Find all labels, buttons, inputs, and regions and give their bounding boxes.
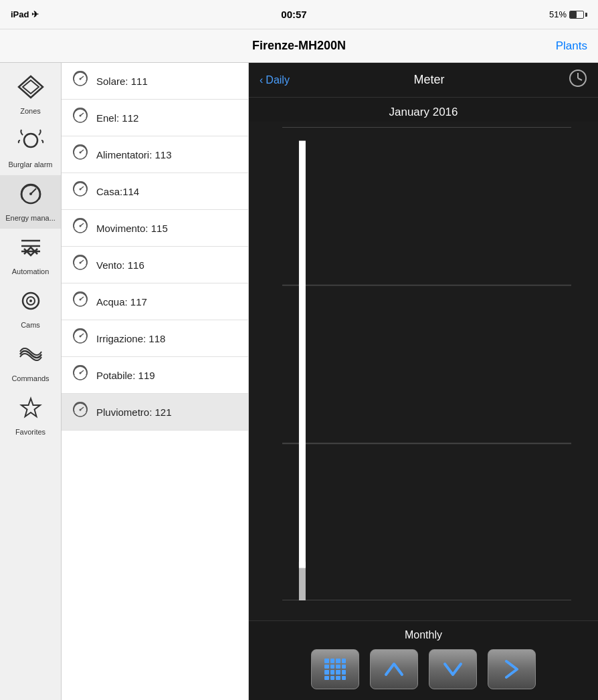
chart-panel: ‹ Daily Meter January 2016 [249, 63, 598, 700]
burglar-alarm-icon [17, 128, 44, 158]
arrow-up-icon [382, 657, 406, 681]
status-bar: iPad ✈ 00:57 51% [0, 0, 598, 29]
list-item[interactable]: Solare: 111 [62, 63, 248, 100]
chart-header: ‹ Daily Meter [249, 63, 598, 98]
list-item[interactable]: Alimentatori: 113 [62, 136, 248, 173]
list-item-label: Vento: 116 [96, 259, 144, 271]
meter-icon [72, 181, 88, 201]
meter-icon [72, 71, 88, 91]
list-item-label: Solare: 111 [96, 76, 148, 87]
chevron-left-icon: ‹ [260, 74, 263, 86]
sidebar-item-energy-manager[interactable]: Energy mana... [0, 175, 61, 229]
svg-point-39 [80, 372, 82, 374]
meter-icon [72, 218, 88, 238]
monthly-label: Monthly [260, 629, 587, 641]
list-item[interactable]: Enel: 112 [62, 100, 248, 136]
app-title: Firenze-MH200N [252, 39, 346, 53]
svg-marker-12 [21, 398, 40, 417]
svg-point-30 [80, 262, 82, 264]
sidebar-label-burglar-alarm: Burglar alarm [8, 160, 52, 168]
battery-icon [569, 11, 587, 19]
clock-icon[interactable] [569, 69, 587, 92]
svg-point-5 [29, 193, 32, 195]
list-panel: Solare: 111Enel: 112Alimentatori: 113Cas… [62, 63, 249, 700]
grid-icon [324, 659, 346, 680]
sidebar-label-zones: Zones [20, 107, 41, 115]
meter-icon [72, 328, 88, 348]
meter-icon [72, 365, 88, 385]
svg-point-27 [80, 225, 82, 227]
chart-area: 100.00 50.00 0.00 1 2 3 4 5 6 7 8 9 10 1 [249, 122, 598, 620]
sidebar-item-automation[interactable]: Automation [0, 229, 61, 282]
title-bar: Firenze-MH200N Plants [0, 29, 598, 63]
back-button[interactable]: ‹ Daily [260, 74, 290, 86]
plants-link[interactable]: Plants [556, 39, 587, 53]
list-item-label: Irrigazione: 118 [96, 333, 165, 344]
meter-icon [72, 291, 88, 312]
sidebar-label-automation: Automation [12, 267, 49, 275]
chart-buttons [260, 649, 587, 689]
svg-point-21 [80, 152, 82, 154]
chart-bottom: Monthly [249, 620, 598, 700]
arrow-down-icon [441, 657, 465, 681]
list-item-label: Pluviometro: 121 [96, 406, 172, 418]
svg-rect-54 [299, 562, 306, 600]
status-left: iPad ✈ [11, 9, 39, 19]
chart-svg: 100.00 50.00 0.00 1 2 3 4 5 6 7 8 9 10 1 [282, 127, 571, 600]
list-item-label: Enel: 112 [96, 112, 138, 124]
list-item[interactable]: Pluviometro: 121 [62, 394, 248, 431]
zones-icon [17, 75, 44, 104]
svg-point-18 [80, 115, 82, 117]
sidebar-item-cams[interactable]: Cams [0, 282, 61, 336]
list-item-label: Alimentatori: 113 [96, 149, 172, 160]
arrow-down-button[interactable] [429, 649, 477, 689]
sidebar-item-zones[interactable]: Zones [0, 68, 61, 122]
sidebar-label-favorites: Favorites [15, 428, 45, 436]
svg-point-15 [80, 78, 82, 80]
sidebar-item-commands[interactable]: Commands [0, 336, 61, 389]
list-item-label: Movimento: 115 [96, 223, 168, 234]
arrow-up-button[interactable] [370, 649, 418, 689]
commands-icon [17, 342, 44, 372]
list-item-label: Potabile: 119 [96, 370, 155, 381]
back-label: Daily [266, 74, 290, 86]
status-time: 00:57 [281, 9, 306, 20]
ipad-label: iPad ✈ [11, 9, 39, 19]
svg-rect-53 [299, 140, 306, 568]
svg-point-2 [24, 134, 37, 147]
meter-icon [72, 402, 88, 422]
arrow-right-icon [500, 657, 524, 681]
meter-icon [72, 255, 88, 275]
sidebar-label-energy: Energy mana... [5, 214, 56, 222]
main-layout: Zones Burglar alarm [0, 63, 598, 700]
list-item[interactable]: Casa:114 [62, 173, 248, 210]
svg-point-24 [80, 189, 82, 191]
svg-point-36 [80, 336, 82, 338]
list-item[interactable]: Movimento: 115 [62, 210, 248, 247]
meter-icon [72, 108, 88, 128]
sidebar-label-commands: Commands [11, 374, 49, 382]
svg-point-33 [80, 299, 82, 301]
list-item[interactable]: Irrigazione: 118 [62, 320, 248, 357]
arrow-right-button[interactable] [488, 649, 536, 689]
list-item[interactable]: Acqua: 117 [62, 283, 248, 320]
chart-month: January 2016 [249, 98, 598, 122]
cams-icon [17, 289, 44, 318]
chart-title: Meter [413, 73, 444, 87]
list-item[interactable]: Potabile: 119 [62, 357, 248, 394]
sidebar: Zones Burglar alarm [0, 63, 62, 700]
meter-icon [72, 144, 88, 164]
sidebar-label-cams: Cams [21, 321, 40, 329]
svg-point-11 [29, 300, 32, 302]
grid-button[interactable] [311, 649, 359, 689]
list-item-label: Casa:114 [96, 186, 139, 197]
svg-point-42 [80, 409, 82, 411]
sidebar-item-favorites[interactable]: Favorites [0, 389, 61, 443]
battery-percent: 51% [549, 9, 567, 19]
favorites-icon [17, 396, 44, 425]
automation-icon [17, 235, 44, 265]
svg-line-45 [578, 78, 582, 80]
list-item[interactable]: Vento: 116 [62, 247, 248, 283]
list-item-label: Acqua: 117 [96, 296, 147, 308]
sidebar-item-burglar-alarm[interactable]: Burglar alarm [0, 122, 61, 175]
